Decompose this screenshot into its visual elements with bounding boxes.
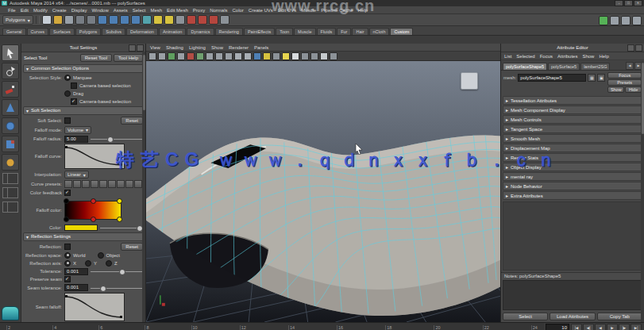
- menu-item[interactable]: Window: [91, 8, 108, 13]
- ae-menu-item[interactable]: Attributes: [557, 54, 577, 59]
- reflection-checkbox[interactable]: [64, 244, 71, 250]
- playback-button[interactable]: ◀: [595, 324, 606, 330]
- interpolation-dropdown[interactable]: Linear▾: [64, 171, 89, 178]
- falloff-mode-dropdown[interactable]: Volume▾: [64, 126, 91, 134]
- tab-scroll-left-icon[interactable]: ◀: [626, 62, 634, 70]
- shelf-tab[interactable]: Deformation: [126, 28, 158, 35]
- ae-section-row[interactable]: ▸Tangent Space: [503, 125, 642, 133]
- viewport-toolbar-icon[interactable]: [263, 52, 271, 60]
- ae-menu-item[interactable]: Selected: [516, 54, 534, 59]
- window-button[interactable]: ✕: [634, 0, 642, 6]
- viewport-toolbar-icon[interactable]: [225, 52, 233, 60]
- expand-icon[interactable]: ▣: [597, 74, 605, 82]
- curve-preset-button[interactable]: [73, 180, 81, 188]
- curve-preset-button[interactable]: [125, 180, 133, 188]
- tool-help-button[interactable]: Tool Help: [114, 54, 143, 62]
- selected-color-swatch[interactable]: [64, 224, 98, 231]
- viewport-toolbar-icon[interactable]: [310, 52, 318, 60]
- ramp-marker-red[interactable]: [91, 198, 96, 204]
- status-line-icon[interactable]: [187, 15, 196, 25]
- shelf-tab[interactable]: Fluids: [317, 28, 337, 35]
- sidebar-toggle-icon[interactable]: [610, 16, 619, 25]
- presets-button[interactable]: Presets: [607, 79, 642, 86]
- viewport-canvas[interactable]: [146, 61, 500, 322]
- viewport-menu-item[interactable]: Renderer: [229, 45, 249, 50]
- sidebar-toggle-icon[interactable]: [632, 16, 642, 25]
- ae-section-row[interactable]: ▸mental ray: [503, 172, 642, 181]
- attribute-editor-header[interactable]: Attribute Editor: [501, 44, 644, 52]
- status-line-icon[interactable]: [131, 15, 141, 25]
- section-reflection-settings[interactable]: ▾Reflection Settings: [23, 232, 144, 241]
- status-line-icon[interactable]: [142, 15, 152, 25]
- curve-preset-button[interactable]: [117, 180, 125, 188]
- viewport-menu-item[interactable]: Shading: [166, 45, 183, 50]
- ramp-marker-yellow[interactable]: [117, 198, 122, 204]
- viewport-toolbar-icon[interactable]: [168, 52, 175, 60]
- menu-item[interactable]: Assets: [114, 8, 128, 13]
- ae-section-row[interactable]: ▸Tessellation Attributes: [503, 96, 642, 105]
- shelf-tab[interactable]: Fur: [337, 28, 351, 35]
- menu-item[interactable]: Create: [52, 8, 67, 13]
- soft-select-reset-button[interactable]: Reset: [121, 117, 143, 125]
- ae-node-tab[interactable]: polySurface5: [548, 63, 580, 70]
- tool-settings-header[interactable]: Tool Settings: [21, 44, 145, 52]
- falloff-radius-field[interactable]: 5.00: [64, 136, 88, 143]
- camera-based-select-checkbox[interactable]: [71, 98, 77, 105]
- viewport-toolbar-icon[interactable]: [291, 52, 299, 60]
- status-line-icon[interactable]: [209, 15, 218, 25]
- playback-button[interactable]: ◀|: [583, 324, 594, 330]
- notes-bar[interactable]: Notes: polySurfaceShape5: [501, 272, 644, 279]
- menu-item[interactable]: Color: [232, 8, 243, 13]
- curve-preset-button[interactable]: [82, 180, 90, 188]
- axis-x-radio[interactable]: [64, 260, 71, 267]
- rotate-tool-button[interactable]: [2, 117, 19, 134]
- curve-preset-button[interactable]: [91, 180, 98, 188]
- status-line-icon[interactable]: [120, 15, 129, 25]
- ae-menu-item[interactable]: List: [504, 54, 511, 59]
- show-button[interactable]: Show: [607, 86, 624, 93]
- scale-tool-button[interactable]: [2, 136, 19, 152]
- layout-four-pane-button[interactable]: [2, 187, 18, 198]
- menu-item[interactable]: Proxy: [193, 8, 205, 13]
- ae-section-row[interactable]: ▸Displacement Map: [503, 144, 642, 152]
- ae-section-row[interactable]: ▸Mesh Controls: [503, 115, 642, 124]
- viewport-toolbar-icon[interactable]: [282, 52, 290, 60]
- shelf-tab[interactable]: Muscle: [294, 28, 315, 35]
- space-object-radio[interactable]: [98, 252, 104, 259]
- preserve-seam-checkbox[interactable]: [64, 276, 71, 282]
- shelf-tab[interactable]: Rendering: [215, 28, 243, 35]
- playback-button[interactable]: ▶: [607, 324, 618, 330]
- status-line-icon[interactable]: [164, 15, 174, 25]
- sidebar-toggle-icon[interactable]: [599, 16, 608, 25]
- menu-item[interactable]: Edit Mesh: [167, 8, 188, 13]
- layout-persp-outliner-button[interactable]: [2, 201, 18, 213]
- lasso-tool-button[interactable]: [2, 63, 19, 79]
- attribute-editor-scrollbar[interactable]: [641, 61, 644, 322]
- falloff-color-ramp[interactable]: [64, 201, 121, 220]
- viewport-menu-item[interactable]: Lighting: [189, 45, 206, 50]
- load-attributes-button[interactable]: Load Attributes: [550, 313, 595, 320]
- viewport-toolbar-icon[interactable]: [253, 52, 261, 60]
- ae-section-row[interactable]: ▸Object Display: [503, 163, 642, 171]
- drag-radio[interactable]: [64, 90, 71, 97]
- status-line-icon[interactable]: [64, 15, 74, 25]
- menu-item[interactable]: Display: [71, 8, 87, 13]
- seam-falloff-curve-graph[interactable]: [64, 293, 125, 321]
- ae-section-row[interactable]: ▸Smooth Mesh: [503, 134, 642, 143]
- status-line-icon[interactable]: [109, 15, 118, 25]
- shelf-tab[interactable]: Hair: [352, 28, 368, 35]
- ae-node-tab[interactable]: lambert2SG: [580, 63, 610, 70]
- status-line-icon[interactable]: [153, 15, 163, 25]
- viewport-toolbar-icon[interactable]: [148, 52, 156, 60]
- viewport-toolbar-icon[interactable]: [234, 52, 242, 60]
- shelf-tab[interactable]: Polygons: [75, 28, 102, 35]
- menu-item[interactable]: Pipeline Cache: [321, 8, 353, 13]
- falloff-radius-slider[interactable]: [91, 136, 143, 142]
- current-frame-field[interactable]: 10: [546, 324, 569, 330]
- shelf-tab[interactable]: Subdivs: [102, 28, 125, 35]
- tolerance-slider[interactable]: [91, 268, 143, 274]
- viewport-toolbar-icon[interactable]: [301, 52, 309, 60]
- ae-menu-item[interactable]: Help: [599, 54, 608, 59]
- status-line-icon[interactable]: [53, 15, 63, 25]
- shelf-tab[interactable]: Toon: [276, 28, 293, 35]
